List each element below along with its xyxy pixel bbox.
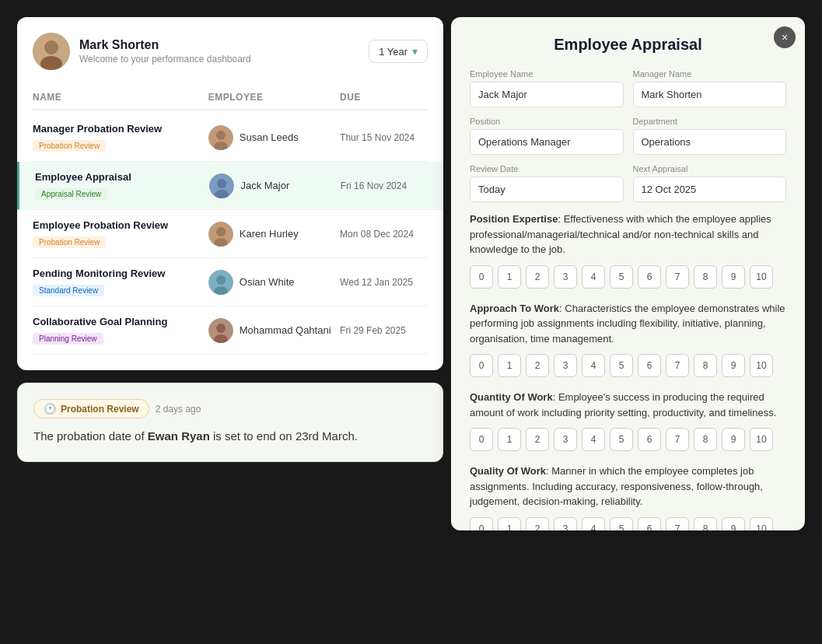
- svg-point-1: [44, 40, 58, 54]
- rating-button-7[interactable]: 7: [666, 428, 689, 451]
- rating-sections: Position Expertise: Effectiveness with w…: [470, 212, 786, 530]
- rating-button-3[interactable]: 3: [554, 428, 577, 451]
- modal-title: Employee Appraisal: [470, 36, 786, 54]
- employee-cell: Osian White: [208, 270, 340, 295]
- rating-button-9[interactable]: 9: [722, 354, 745, 377]
- position-input[interactable]: [470, 129, 624, 155]
- rating-button-4[interactable]: 4: [582, 517, 605, 531]
- rating-button-6[interactable]: 6: [638, 428, 661, 451]
- employee-name: Susan Leeds: [240, 131, 299, 143]
- rating-button-0[interactable]: 0: [470, 517, 493, 531]
- table-row[interactable]: Manager Probation Review Probation Revie…: [33, 114, 428, 162]
- rating-button-9[interactable]: 9: [722, 265, 745, 289]
- rating-button-6[interactable]: 6: [638, 265, 661, 289]
- rating-button-10[interactable]: 10: [750, 265, 773, 289]
- due-date: Wed 12 Jan 2025: [340, 277, 428, 288]
- left-panel: Mark Shorten Welcome to your performance…: [17, 17, 443, 462]
- employee-avatar: [208, 318, 233, 343]
- section-title-position_expertise: Position Expertise: Effectiveness with w…: [470, 212, 786, 257]
- rating-button-10[interactable]: 10: [750, 428, 773, 451]
- notif-name: Ewan Ryan: [148, 429, 210, 443]
- section-title-approach_to_work: Approach To Work: Characteristics the em…: [470, 301, 786, 347]
- rating-button-1[interactable]: 1: [498, 517, 521, 531]
- svg-point-7: [217, 179, 226, 188]
- modal-close-button[interactable]: ×: [774, 26, 796, 48]
- rating-button-4[interactable]: 4: [582, 265, 605, 289]
- next-appraisal-input[interactable]: [633, 177, 787, 202]
- rating-button-1[interactable]: 1: [498, 354, 521, 377]
- table-header: Name Employee Due: [33, 86, 428, 110]
- rating-button-2[interactable]: 2: [526, 354, 549, 377]
- rating-button-3[interactable]: 3: [554, 517, 577, 531]
- review-badge: Probation Review: [33, 236, 106, 248]
- rating-button-0[interactable]: 0: [470, 265, 493, 289]
- rating-button-5[interactable]: 5: [610, 265, 633, 289]
- rating-button-8[interactable]: 8: [694, 265, 717, 289]
- rating-button-1[interactable]: 1: [498, 428, 521, 451]
- review-date-input[interactable]: [470, 177, 624, 202]
- rating-button-10[interactable]: 10: [750, 354, 773, 377]
- review-name: Employee Probation Review: [33, 219, 208, 231]
- rating-row-quantity_of_work: 012345678910: [470, 428, 786, 451]
- notification-card: 🕐 Probation Review 2 days ago The probat…: [17, 383, 443, 462]
- row-name-cell: Manager Probation Review Probation Revie…: [33, 123, 208, 152]
- table-row[interactable]: Collaborative Goal Planning Planning Rev…: [33, 306, 428, 355]
- rating-button-7[interactable]: 7: [666, 517, 689, 531]
- rating-button-4[interactable]: 4: [582, 428, 605, 451]
- employee-name-input[interactable]: [470, 82, 624, 107]
- rating-button-9[interactable]: 9: [722, 428, 745, 451]
- employee-name: Karen Hurley: [240, 228, 299, 240]
- due-date: Fri 16 Nov 2024: [341, 180, 428, 191]
- rating-row-position_expertise: 012345678910: [470, 265, 786, 289]
- dashboard-header: Mark Shorten Welcome to your performance…: [33, 33, 428, 70]
- form-row-2: Position Department: [470, 117, 786, 155]
- section-position_expertise: Position Expertise: Effectiveness with w…: [470, 212, 786, 289]
- rating-button-6[interactable]: 6: [638, 354, 661, 377]
- row-name-cell: Employee Appraisal Appraisal Review: [35, 171, 209, 200]
- rating-button-7[interactable]: 7: [666, 265, 689, 289]
- rating-button-6[interactable]: 6: [638, 517, 661, 531]
- rating-button-5[interactable]: 5: [610, 354, 633, 377]
- rating-button-9[interactable]: 9: [722, 517, 745, 531]
- svg-point-13: [216, 275, 226, 285]
- rating-button-10[interactable]: 10: [750, 517, 773, 531]
- employee-cell: Jack Major: [209, 173, 340, 198]
- rating-button-4[interactable]: 4: [582, 354, 605, 377]
- rating-button-5[interactable]: 5: [610, 517, 633, 531]
- rating-button-7[interactable]: 7: [666, 354, 689, 377]
- manager-name-input[interactable]: [633, 82, 787, 107]
- rating-button-1[interactable]: 1: [498, 265, 521, 289]
- table-row[interactable]: Employee Probation Review Probation Revi…: [33, 210, 428, 258]
- rating-button-2[interactable]: 2: [526, 265, 549, 289]
- employee-avatar: [208, 270, 233, 295]
- svg-point-4: [216, 131, 226, 140]
- rating-button-3[interactable]: 3: [554, 354, 577, 377]
- rating-button-5[interactable]: 5: [610, 428, 633, 451]
- employee-name: Osian White: [240, 276, 295, 288]
- row-name-cell: Pending Monitoring Review Standard Revie…: [33, 268, 208, 296]
- rating-button-2[interactable]: 2: [526, 517, 549, 531]
- employee-name-label: Employee Name: [470, 69, 624, 79]
- review-name: Manager Probation Review: [33, 123, 208, 135]
- rating-button-8[interactable]: 8: [694, 428, 717, 451]
- position-field: Position: [470, 117, 624, 155]
- table-row[interactable]: Employee Appraisal Appraisal Review Jack…: [17, 162, 443, 210]
- rating-button-0[interactable]: 0: [470, 428, 493, 451]
- col-name: Name: [33, 92, 208, 103]
- rating-button-3[interactable]: 3: [554, 265, 577, 289]
- rating-button-2[interactable]: 2: [526, 428, 549, 451]
- rating-button-8[interactable]: 8: [694, 517, 717, 531]
- employee-cell: Mohammad Qahtani: [208, 318, 340, 343]
- form-row-3: Review Date Next Appraisal: [470, 164, 786, 202]
- rating-button-8[interactable]: 8: [694, 354, 717, 377]
- notif-badge: 🕐 Probation Review: [33, 399, 149, 418]
- table-row[interactable]: Pending Monitoring Review Standard Revie…: [33, 258, 428, 306]
- rating-button-0[interactable]: 0: [470, 354, 493, 377]
- clock-icon: 🕐: [44, 403, 56, 415]
- employee-name: Mohammad Qahtani: [240, 324, 331, 336]
- period-selector[interactable]: 1 Year ▾: [369, 40, 428, 63]
- row-name-cell: Employee Probation Review Probation Revi…: [33, 219, 208, 248]
- department-input[interactable]: [633, 129, 787, 155]
- employee-name-field: Employee Name: [470, 69, 624, 107]
- section-title-quality_of_work: Quality Of Work: Manner in which the emp…: [470, 464, 786, 509]
